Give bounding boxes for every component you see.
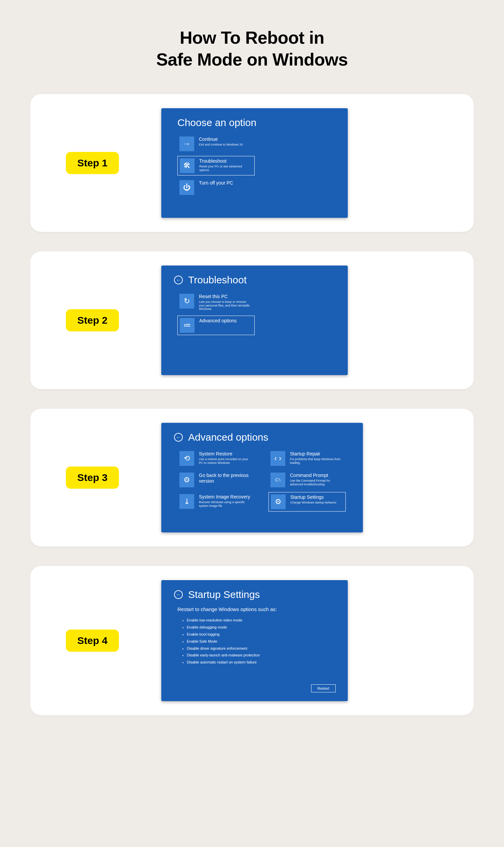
option-continue-title: Continue [199, 137, 243, 142]
gear-icon: ⚙ [271, 494, 286, 509]
advanced-options-screen: ← Advanced options ⟲ System Restore Use … [161, 423, 363, 532]
troubleshoot-title: Troubleshoot [188, 274, 247, 286]
option-reset-pc[interactable]: ↻ Reset this PC Lets you choose to keep … [177, 292, 255, 313]
option-system-image-sub: Recover Windows using a specific system … [199, 500, 253, 508]
advanced-options-title: Advanced options [188, 431, 268, 443]
option-troubleshoot[interactable]: 🛠 Troubleshoot Reset your PC or see adva… [177, 156, 255, 175]
option-troubleshoot-title: Troubleshoot [199, 158, 252, 164]
choose-option-header: Choose an option [177, 117, 336, 128]
option-system-restore[interactable]: ⟲ System Restore Use a restore point rec… [177, 449, 255, 468]
restart-button[interactable]: Restart [311, 684, 336, 692]
option-startup-repair-sub: Fix problems that keep Windows from load… [290, 457, 344, 465]
refresh-icon: ↻ [179, 294, 194, 308]
option-turn-off[interactable]: ⏻ Turn off your PC [177, 178, 255, 197]
step-4-card: Step 4 ← Startup Settings Restart to cha… [30, 566, 474, 715]
image-recovery-icon: ⤓ [179, 494, 194, 509]
list-item: Enable debugging mode [187, 624, 336, 631]
back-icon[interactable]: ← [174, 433, 183, 442]
option-system-image[interactable]: ⤓ System Image Recovery Recover Windows … [177, 492, 255, 511]
option-reset-sub: Lets you choose to keep or remove your p… [199, 300, 253, 311]
step-2-card: Step 2 ← Troubleshoot ↻ Reset this PC Le… [30, 251, 474, 389]
step-3-card: Step 3 ← Advanced options ⟲ System Resto… [30, 409, 474, 547]
back-icon[interactable]: ← [174, 590, 183, 599]
page-title: How To Reboot in Safe Mode on Windows [30, 27, 474, 71]
list-item: Disable driver signature enforcement [187, 645, 336, 652]
startup-settings-subhead: Restart to change Windows options such a… [177, 606, 336, 612]
list-icon: ≔ [180, 318, 195, 333]
tools-icon: 🛠 [180, 158, 195, 173]
startup-settings-title: Startup Settings [188, 589, 260, 600]
restore-icon: ⟲ [179, 451, 194, 466]
option-go-back[interactable]: ⚙ Go back to the previous version [177, 471, 255, 489]
option-command-prompt-sub: Use the Command Prompt for advanced trou… [290, 479, 344, 486]
option-turn-off-title: Turn off your PC [199, 180, 233, 186]
option-troubleshoot-sub: Reset your PC or see advanced options [199, 165, 252, 172]
option-command-prompt-title: Command Prompt [290, 473, 344, 478]
power-icon: ⏻ [179, 180, 194, 195]
option-advanced-title: Advanced options [199, 318, 236, 324]
option-startup-repair[interactable]: ‹ › Startup Repair Fix problems that kee… [268, 449, 346, 468]
list-item: Enable Safe Mode [187, 638, 336, 645]
option-system-restore-sub: Use a restore point recorded on your PC … [199, 457, 253, 465]
option-system-restore-title: System Restore [199, 451, 253, 457]
arrow-right-icon: → [179, 137, 194, 151]
option-reset-title: Reset this PC [199, 294, 253, 299]
step-2-badge: Step 2 [66, 309, 119, 331]
option-continue[interactable]: → Continue Exit and continue to Windows … [177, 135, 255, 153]
option-go-back-title: Go back to the previous version [199, 473, 253, 484]
list-item: Enable boot logging [187, 631, 336, 638]
title-line-1: How To Reboot in [180, 28, 324, 47]
option-startup-settings-title: Startup Settings [290, 494, 337, 500]
choose-option-title: Choose an option [177, 117, 256, 128]
troubleshoot-screen: ← Troubleshoot ↻ Reset this PC Lets you … [161, 266, 348, 375]
title-line-2: Safe Mode on Windows [156, 50, 348, 69]
step-4-badge: Step 4 [66, 630, 119, 652]
back-icon[interactable]: ← [174, 276, 183, 284]
list-item: Enable low-resolution video mode [187, 617, 336, 624]
step-3-badge: Step 3 [66, 466, 119, 489]
choose-option-screen: Choose an option → Continue Exit and con… [161, 108, 348, 218]
option-startup-repair-title: Startup Repair [290, 451, 344, 457]
list-item: Disable early-launch anti-malware protec… [187, 652, 336, 659]
prompt-icon: C:\ [270, 473, 285, 487]
option-command-prompt[interactable]: C:\ Command Prompt Use the Command Promp… [268, 471, 346, 489]
step-1-badge: Step 1 [66, 152, 119, 174]
list-item: Disable automatic restart on system fail… [187, 659, 336, 666]
gear-icon: ⚙ [179, 473, 194, 487]
code-icon: ‹ › [270, 451, 285, 466]
step-1-card: Step 1 Choose an option → Continue Exit … [30, 94, 474, 232]
option-advanced[interactable]: ≔ Advanced options [177, 316, 255, 335]
option-continue-sub: Exit and continue to Windows 10 [199, 143, 243, 146]
startup-options-list: Enable low-resolution video mode Enable … [177, 617, 336, 666]
startup-settings-screen: ← Startup Settings Restart to change Win… [161, 580, 348, 701]
option-system-image-title: System Image Recovery [199, 494, 253, 500]
option-startup-settings-sub: Change Windows startup behavior [290, 501, 337, 505]
option-startup-settings[interactable]: ⚙ Startup Settings Change Windows startu… [268, 492, 346, 512]
